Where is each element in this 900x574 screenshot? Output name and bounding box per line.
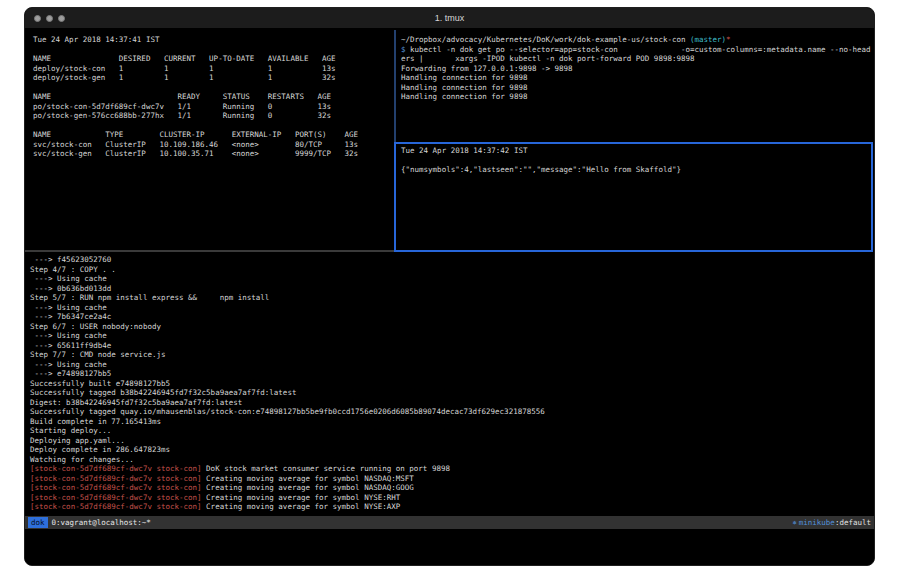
- kubernetes-helm-icon: ⎈: [793, 519, 797, 527]
- terminal-line: Handling connection for 9898: [401, 92, 873, 102]
- terminal-line: Successfully built e74898127bb5: [30, 379, 873, 389]
- terminal-line: [401, 156, 871, 166]
- terminal-line: ---> f45623052760: [30, 255, 873, 265]
- terminal-line: ---> Using cache: [30, 274, 873, 284]
- terminal-line: Handling connection for 9898: [401, 73, 873, 83]
- terminal-line: [stock-con-5d7df689cf-dwc7v stock-con] D…: [30, 464, 873, 474]
- terminal-line: [stock-con-5d7df689cf-dwc7v stock-con] C…: [30, 502, 873, 512]
- terminal-line: ---> Using cache: [30, 303, 873, 313]
- terminal-line: deploy/stock-con 1 1 1 1 13s: [33, 64, 394, 74]
- terminal-line: po/stock-con-5d7df689cf-dwc7v 1/1 Runnin…: [33, 102, 394, 112]
- terminal-line: $ kubectl -n dok get po --selector=app=s…: [401, 45, 873, 55]
- kube-context-label: minikube: [799, 518, 835, 527]
- terminal-line: ---> e74898127bb5: [30, 369, 873, 379]
- pane-port-forward[interactable]: ~/Dropbox/advocacy/Kubernetes/DoK/work/d…: [396, 30, 873, 140]
- terminal-line: po/stock-gen-576cc688bb-277hx 1/1 Runnin…: [33, 111, 394, 121]
- window-titlebar[interactable]: 1. tmux: [25, 8, 874, 29]
- terminal-line: Deploy complete in 286.647823ms: [30, 445, 873, 455]
- terminal-line: {"numsymbols":4,"lastseen":"","message":…: [401, 165, 871, 175]
- terminal-line: [33, 121, 394, 131]
- terminal-line: Starting deploy...: [30, 426, 873, 436]
- terminal-line: [stock-con-5d7df689cf-dwc7v stock-con] C…: [30, 483, 873, 493]
- terminal-line: Step 4/7 : COPY . .: [30, 265, 873, 275]
- terminal-line: [33, 45, 394, 55]
- terminal-line: ---> 0b636bd013dd: [30, 284, 873, 294]
- terminal-line: Step 6/7 : USER nobody:nobody: [30, 322, 873, 332]
- terminal-line: Watching for changes...: [30, 455, 873, 465]
- desktop-background: 1. tmux Tue 24 Apr 2018 14:37:41 IST NAM…: [0, 0, 900, 574]
- terminal-line: Step 5/7 : RUN npm install express && np…: [30, 293, 873, 303]
- terminal-line: ers | xargs -IPOD kubectl -n dok port-fo…: [401, 54, 873, 64]
- terminal-line: Deploying app.yaml...: [30, 436, 873, 446]
- terminal-line: Successfully tagged quay.io/mhausenblas/…: [30, 407, 873, 417]
- pane-skaffold-build-log[interactable]: ---> f45623052760Step 4/7 : COPY . . ---…: [25, 252, 873, 514]
- pane-kubectl-watch[interactable]: Tue 24 Apr 2018 14:37:41 IST NAME DESIRE…: [25, 30, 394, 250]
- terminal-line: NAME DESIRED CURRENT UP-TO-DATE AVAILABL…: [33, 54, 394, 64]
- terminal-line: Forwarding from 127.0.0.1:9898 -> 9898: [401, 64, 873, 74]
- terminal-line: Build complete in 77.165413ms: [30, 417, 873, 427]
- session-name-badge[interactable]: dok: [28, 517, 48, 528]
- window-list-item[interactable]: 0:vagrant@localhost:~*: [52, 518, 151, 527]
- terminal-line: svc/stock-con ClusterIP 10.109.186.46 <n…: [33, 140, 394, 150]
- terminal-window: 1. tmux Tue 24 Apr 2018 14:37:41 IST NAM…: [24, 7, 875, 566]
- terminal-line: Digest: b38b42246945fd7f32c5ba9aea7af7fd…: [30, 398, 873, 408]
- kube-namespace-label: :default: [835, 518, 871, 527]
- terminal-line: ---> 7b6347ce2a4c: [30, 312, 873, 322]
- status-right-section: ⎈ minikube :default: [793, 518, 871, 527]
- terminal-line: ---> 65611ff9db4e: [30, 341, 873, 351]
- terminal-line: Step 7/7 : CMD node service.js: [30, 350, 873, 360]
- terminal-line: Handling connection for 9898: [401, 83, 873, 93]
- terminal-line: [33, 83, 394, 93]
- terminal-line: [stock-con-5d7df689cf-dwc7v stock-con] C…: [30, 474, 873, 484]
- terminal-line: svc/stock-gen ClusterIP 10.100.35.71 <no…: [33, 149, 394, 159]
- terminal-line: Tue 24 Apr 2018 14:37:41 IST: [33, 35, 394, 45]
- terminal-line: ---> Using cache: [30, 331, 873, 341]
- window-title: 1. tmux: [25, 8, 874, 29]
- terminal-line: deploy/stock-gen 1 1 1 1 32s: [33, 73, 394, 83]
- terminal-line: NAME READY STATUS RESTARTS AGE: [33, 92, 394, 102]
- terminal-line: ---> Using cache: [30, 360, 873, 370]
- terminal-line: Successfully tagged b38b42246945fd7f32c5…: [30, 388, 873, 398]
- pane-service-response-active[interactable]: Tue 24 Apr 2018 14:37:42 IST {"numsymbol…: [394, 142, 873, 252]
- terminal-line: NAME TYPE CLUSTER-IP EXTERNAL-IP PORT(S)…: [33, 130, 394, 140]
- terminal-line: ~/Dropbox/advocacy/Kubernetes/DoK/work/d…: [401, 35, 873, 45]
- terminal-line: [stock-con-5d7df689cf-dwc7v stock-con] C…: [30, 493, 873, 503]
- tmux-terminal: Tue 24 Apr 2018 14:37:41 IST NAME DESIRE…: [25, 30, 874, 565]
- tmux-status-bar: dok 0:vagrant@localhost:~* ⎈ minikube :d…: [25, 516, 874, 529]
- terminal-line: Tue 24 Apr 2018 14:37:42 IST: [401, 146, 871, 156]
